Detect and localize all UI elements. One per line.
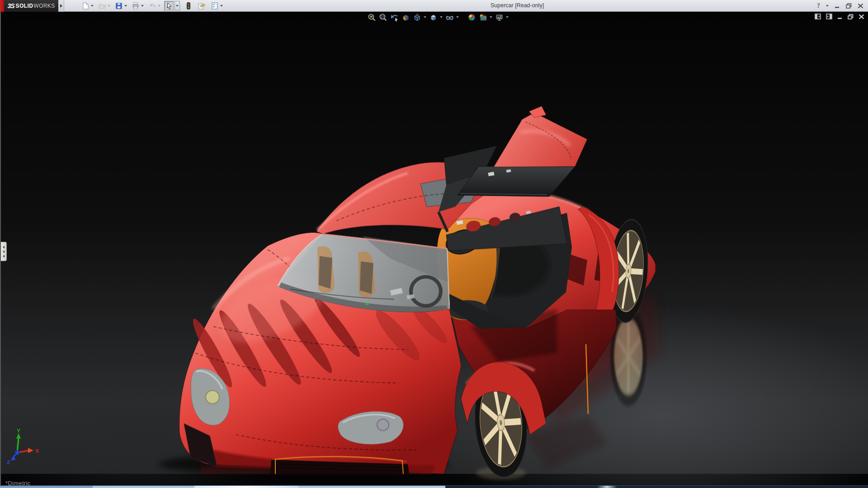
bottom-edge-strip bbox=[0, 485, 868, 488]
save-floppy-icon bbox=[115, 2, 123, 10]
select-button[interactable] bbox=[164, 1, 174, 10]
document-close-button[interactable] bbox=[859, 14, 864, 19]
undo-button[interactable] bbox=[147, 1, 157, 10]
view-orientation-dropdown-arrow[interactable] bbox=[424, 16, 426, 18]
view-cube-icon bbox=[413, 13, 421, 22]
collapse-arrow-icon bbox=[3, 250, 5, 253]
document-window-controls bbox=[815, 14, 864, 19]
open-button[interactable] bbox=[97, 1, 107, 10]
document-restore-button[interactable] bbox=[848, 14, 854, 19]
logo-text-light: WORKS bbox=[33, 3, 55, 9]
pane-left-button[interactable] bbox=[815, 14, 821, 19]
help-dropdown-arrow[interactable] bbox=[826, 5, 829, 7]
view-settings-icon bbox=[495, 13, 504, 22]
undo-arrow-icon bbox=[148, 2, 156, 10]
featuremanager-collapsed-tab[interactable] bbox=[1, 242, 7, 261]
triad-z-label: Z bbox=[7, 459, 10, 465]
file-properties-icon bbox=[197, 2, 206, 10]
document-title: Supercar [Read-only] bbox=[491, 2, 544, 9]
heads-up-view-toolbar bbox=[367, 12, 509, 22]
edit-appearance-button[interactable] bbox=[467, 13, 476, 22]
flyout-arrow-icon bbox=[60, 4, 62, 8]
display-style-dropdown-arrow[interactable] bbox=[440, 16, 443, 18]
select-dropdown-button[interactable] bbox=[175, 1, 180, 10]
save-button[interactable] bbox=[114, 1, 123, 10]
graphics-area[interactable]: Y X Z bbox=[0, 12, 868, 485]
eyeglasses-icon bbox=[445, 13, 454, 22]
apply-scene-button[interactable] bbox=[478, 13, 487, 22]
apply-scene-icon bbox=[479, 13, 487, 22]
triad-origin bbox=[15, 450, 19, 455]
print-button[interactable] bbox=[131, 1, 140, 10]
app-window-controls: ? bbox=[817, 0, 863, 12]
open-dropdown-arrow[interactable] bbox=[108, 5, 110, 7]
collapse-arrow-icon bbox=[3, 246, 5, 249]
close-button[interactable] bbox=[858, 3, 863, 9]
restore-button[interactable] bbox=[846, 3, 852, 9]
triad-x-label: X bbox=[35, 448, 39, 454]
zoom-area-icon bbox=[379, 13, 387, 22]
print-dropdown-arrow[interactable] bbox=[141, 5, 144, 7]
previous-view-button[interactable] bbox=[390, 13, 399, 22]
previous-view-icon bbox=[390, 13, 399, 22]
logo-text-bold: SOLID bbox=[16, 3, 33, 9]
zoom-fit-icon bbox=[368, 13, 376, 22]
save-dropdown-arrow[interactable] bbox=[124, 5, 127, 7]
hide-show-items-button[interactable] bbox=[445, 13, 454, 22]
title-bar: 3S SOLID WORKS bbox=[0, 0, 868, 12]
new-document-icon bbox=[81, 2, 90, 10]
options-button[interactable] bbox=[210, 1, 219, 10]
supercar-3d-view[interactable]: Y X Z bbox=[1, 12, 868, 485]
solidworks-logo: 3S SOLID WORKS bbox=[4, 0, 58, 12]
rebuild-button[interactable] bbox=[184, 1, 193, 10]
undo-dropdown-arrow[interactable] bbox=[158, 5, 160, 7]
printer-icon bbox=[132, 2, 140, 10]
section-view-icon bbox=[401, 13, 410, 22]
section-view-button[interactable] bbox=[401, 13, 410, 22]
apply-scene-dropdown-arrow[interactable] bbox=[490, 16, 492, 18]
appearance-ball-icon bbox=[467, 13, 476, 22]
options-checklist-icon bbox=[211, 2, 219, 10]
help-button[interactable]: ? bbox=[817, 2, 820, 9]
display-style-icon bbox=[429, 13, 438, 22]
view-settings-dropdown-arrow[interactable] bbox=[506, 16, 509, 18]
menu-flyout-button[interactable] bbox=[58, 0, 64, 12]
standard-toolbar bbox=[80, 1, 223, 10]
select-dropdown-arrow bbox=[176, 5, 179, 7]
logo-3s-mark: 3S bbox=[7, 2, 14, 9]
open-folder-icon bbox=[98, 2, 106, 10]
view-orientation-button[interactable] bbox=[412, 13, 421, 22]
minimize-button[interactable] bbox=[835, 3, 840, 9]
view-settings-button[interactable] bbox=[495, 13, 504, 22]
zoom-to-area-button[interactable] bbox=[378, 13, 387, 22]
brand-red-strip bbox=[0, 0, 4, 12]
zoom-to-fit-button[interactable] bbox=[367, 13, 376, 22]
new-document-button[interactable] bbox=[80, 1, 90, 10]
hide-show-dropdown-arrow[interactable] bbox=[456, 16, 459, 18]
document-minimize-button[interactable] bbox=[837, 14, 843, 19]
new-dropdown-arrow[interactable] bbox=[91, 5, 94, 7]
triad-y-label: Y bbox=[17, 427, 20, 434]
traffic-light-icon bbox=[184, 2, 193, 10]
display-style-button[interactable] bbox=[429, 13, 438, 22]
select-cursor-icon bbox=[165, 2, 173, 10]
pane-right-button[interactable] bbox=[826, 14, 832, 19]
options-dropdown-arrow[interactable] bbox=[220, 5, 223, 7]
file-properties-button[interactable] bbox=[197, 1, 206, 10]
collapse-arrow-icon bbox=[3, 255, 5, 258]
